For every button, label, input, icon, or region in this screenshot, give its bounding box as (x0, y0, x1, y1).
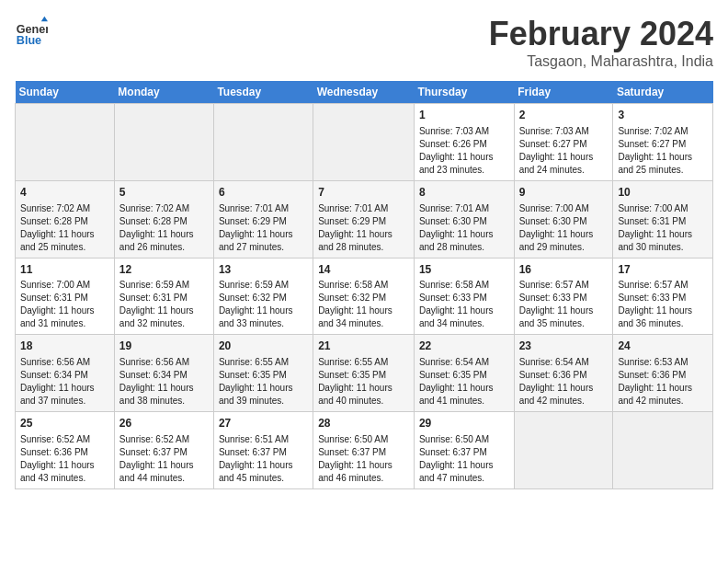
column-header-sunday: Sunday (16, 81, 115, 104)
calendar-cell: 14Sunrise: 6:58 AMSunset: 6:32 PMDayligh… (313, 258, 415, 335)
day-info: Sunrise: 7:00 AMSunset: 6:31 PMDaylight:… (20, 280, 95, 328)
day-info: Sunrise: 6:58 AMSunset: 6:32 PMDaylight:… (318, 280, 392, 328)
day-info: Sunrise: 7:01 AMSunset: 6:29 PMDaylight:… (219, 203, 293, 252)
day-info: Sunrise: 7:02 AMSunset: 6:28 PMDaylight:… (119, 203, 194, 252)
day-number: 24 (618, 339, 708, 354)
calendar-cell: 26Sunrise: 6:52 AMSunset: 6:37 PMDayligh… (114, 412, 213, 489)
page-header: General Blue February 2024 Tasgaon, Maha… (15, 15, 713, 70)
day-number: 27 (219, 416, 308, 431)
day-info: Sunrise: 7:00 AMSunset: 6:31 PMDaylight:… (618, 203, 692, 252)
day-info: Sunrise: 6:54 AMSunset: 6:35 PMDaylight:… (419, 357, 494, 406)
day-info: Sunrise: 6:50 AMSunset: 6:37 PMDaylight:… (419, 434, 494, 483)
calendar-week-2: 4Sunrise: 7:02 AMSunset: 6:28 PMDaylight… (16, 180, 713, 258)
day-number: 29 (419, 416, 509, 431)
calendar-cell: 7Sunrise: 7:01 AMSunset: 6:29 PMDaylight… (313, 180, 415, 258)
calendar-week-3: 11Sunrise: 7:00 AMSunset: 6:31 PMDayligh… (16, 258, 713, 335)
day-number: 18 (20, 339, 109, 354)
calendar-cell (514, 412, 613, 489)
calendar-table: SundayMondayTuesdayWednesdayThursdayFrid… (15, 81, 713, 489)
calendar-cell: 3Sunrise: 7:02 AMSunset: 6:27 PMDaylight… (613, 104, 713, 181)
calendar-cell: 27Sunrise: 6:51 AMSunset: 6:37 PMDayligh… (213, 412, 313, 489)
day-number: 16 (519, 262, 609, 278)
calendar-cell (16, 104, 115, 181)
calendar-cell: 21Sunrise: 6:55 AMSunset: 6:35 PMDayligh… (313, 335, 415, 412)
day-info: Sunrise: 6:55 AMSunset: 6:35 PMDaylight:… (318, 357, 392, 406)
calendar-cell: 15Sunrise: 6:58 AMSunset: 6:33 PMDayligh… (414, 258, 514, 335)
logo-icon: General Blue (15, 15, 48, 48)
day-number: 2 (519, 108, 609, 123)
day-number: 3 (618, 108, 708, 123)
column-header-wednesday: Wednesday (313, 81, 415, 104)
day-info: Sunrise: 7:02 AMSunset: 6:27 PMDaylight:… (618, 126, 692, 175)
day-info: Sunrise: 6:59 AMSunset: 6:32 PMDaylight:… (219, 280, 293, 328)
calendar-cell: 20Sunrise: 6:55 AMSunset: 6:35 PMDayligh… (213, 335, 313, 412)
day-number: 23 (519, 339, 609, 354)
day-number: 21 (318, 339, 409, 354)
day-number: 19 (119, 339, 209, 354)
column-header-monday: Monday (114, 81, 213, 104)
logo: General Blue (15, 15, 48, 48)
calendar-cell: 18Sunrise: 6:56 AMSunset: 6:34 PMDayligh… (16, 335, 115, 412)
day-number: 25 (20, 416, 109, 431)
day-number: 5 (119, 185, 209, 201)
calendar-cell: 10Sunrise: 7:00 AMSunset: 6:31 PMDayligh… (613, 180, 713, 258)
day-info: Sunrise: 6:53 AMSunset: 6:36 PMDaylight:… (618, 357, 692, 406)
day-info: Sunrise: 6:56 AMSunset: 6:34 PMDaylight:… (20, 357, 95, 406)
day-info: Sunrise: 6:55 AMSunset: 6:35 PMDaylight:… (219, 357, 293, 406)
day-info: Sunrise: 6:57 AMSunset: 6:33 PMDaylight:… (519, 280, 594, 328)
calendar-cell: 24Sunrise: 6:53 AMSunset: 6:36 PMDayligh… (613, 335, 713, 412)
day-info: Sunrise: 7:01 AMSunset: 6:30 PMDaylight:… (419, 203, 494, 252)
svg-marker-2 (41, 17, 48, 21)
calendar-cell: 23Sunrise: 6:54 AMSunset: 6:36 PMDayligh… (514, 335, 613, 412)
day-number: 17 (618, 262, 708, 278)
calendar-cell: 4Sunrise: 7:02 AMSunset: 6:28 PMDaylight… (16, 180, 115, 258)
day-info: Sunrise: 7:02 AMSunset: 6:28 PMDaylight:… (20, 203, 95, 252)
calendar-cell: 28Sunrise: 6:50 AMSunset: 6:37 PMDayligh… (313, 412, 415, 489)
calendar-cell (213, 104, 313, 181)
day-info: Sunrise: 6:59 AMSunset: 6:31 PMDaylight:… (119, 280, 194, 328)
day-info: Sunrise: 6:52 AMSunset: 6:37 PMDaylight:… (119, 434, 194, 483)
calendar-cell (114, 104, 213, 181)
column-header-saturday: Saturday (613, 81, 713, 104)
calendar-cell: 29Sunrise: 6:50 AMSunset: 6:37 PMDayligh… (414, 412, 514, 489)
day-number: 4 (20, 185, 109, 201)
calendar-cell: 22Sunrise: 6:54 AMSunset: 6:35 PMDayligh… (414, 335, 514, 412)
day-info: Sunrise: 7:03 AMSunset: 6:26 PMDaylight:… (419, 126, 494, 175)
calendar-body: 1Sunrise: 7:03 AMSunset: 6:26 PMDaylight… (16, 104, 713, 489)
column-header-friday: Friday (514, 81, 613, 104)
calendar-cell (613, 412, 713, 489)
day-number: 12 (119, 262, 209, 278)
day-number: 1 (419, 108, 509, 123)
calendar-cell: 25Sunrise: 6:52 AMSunset: 6:36 PMDayligh… (16, 412, 115, 489)
calendar-week-4: 18Sunrise: 6:56 AMSunset: 6:34 PMDayligh… (16, 335, 713, 412)
column-header-thursday: Thursday (414, 81, 514, 104)
calendar-header: SundayMondayTuesdayWednesdayThursdayFrid… (16, 81, 713, 104)
day-info: Sunrise: 6:58 AMSunset: 6:33 PMDaylight:… (419, 280, 494, 328)
calendar-cell: 19Sunrise: 6:56 AMSunset: 6:34 PMDayligh… (114, 335, 213, 412)
day-info: Sunrise: 6:50 AMSunset: 6:37 PMDaylight:… (318, 434, 392, 483)
column-header-tuesday: Tuesday (213, 81, 313, 104)
day-info: Sunrise: 6:51 AMSunset: 6:37 PMDaylight:… (219, 434, 293, 483)
calendar-cell (313, 104, 415, 181)
day-number: 28 (318, 416, 409, 431)
day-info: Sunrise: 6:52 AMSunset: 6:36 PMDaylight:… (20, 434, 95, 483)
location-subtitle: Tasgaon, Maharashtra, India (489, 53, 713, 70)
day-number: 26 (119, 416, 209, 431)
month-title: February 2024 (489, 15, 713, 53)
day-info: Sunrise: 7:00 AMSunset: 6:30 PMDaylight:… (519, 203, 594, 252)
svg-text:Blue: Blue (17, 34, 41, 47)
day-info: Sunrise: 6:57 AMSunset: 6:33 PMDaylight:… (618, 280, 692, 328)
calendar-week-5: 25Sunrise: 6:52 AMSunset: 6:36 PMDayligh… (16, 412, 713, 489)
calendar-cell: 17Sunrise: 6:57 AMSunset: 6:33 PMDayligh… (613, 258, 713, 335)
day-number: 8 (419, 185, 509, 201)
title-block: February 2024 Tasgaon, Maharashtra, Indi… (489, 15, 713, 70)
day-number: 14 (318, 262, 409, 278)
day-number: 22 (419, 339, 509, 354)
calendar-cell: 5Sunrise: 7:02 AMSunset: 6:28 PMDaylight… (114, 180, 213, 258)
day-number: 11 (20, 262, 109, 278)
calendar-cell: 6Sunrise: 7:01 AMSunset: 6:29 PMDaylight… (213, 180, 313, 258)
day-number: 13 (219, 262, 308, 278)
day-number: 7 (318, 185, 409, 201)
day-info: Sunrise: 6:54 AMSunset: 6:36 PMDaylight:… (519, 357, 594, 406)
day-info: Sunrise: 7:01 AMSunset: 6:29 PMDaylight:… (318, 203, 392, 252)
